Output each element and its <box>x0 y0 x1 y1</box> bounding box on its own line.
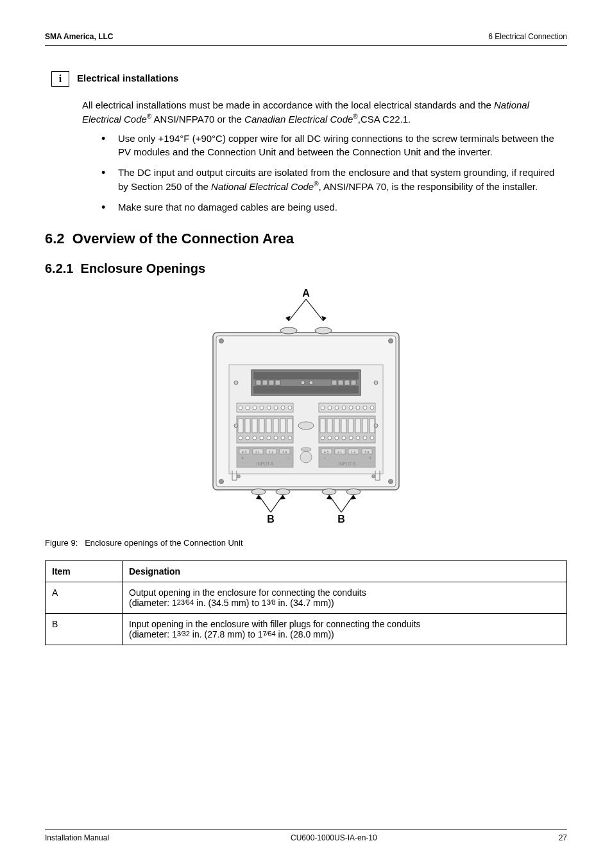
svg-point-110 <box>372 475 375 478</box>
svg-text:4 3: 4 3 <box>324 450 328 454</box>
svg-point-33 <box>246 406 250 410</box>
info-icon: i <box>51 71 69 87</box>
svg-point-6 <box>219 339 224 343</box>
cell-designation: Input opening in the enclosure with fill… <box>123 614 567 645</box>
cell-item: B <box>46 614 123 645</box>
svg-rect-60 <box>348 419 353 433</box>
svg-point-79 <box>370 436 374 440</box>
svg-text:1 2: 1 2 <box>269 450 273 454</box>
label-b-right: B <box>337 514 345 525</box>
svg-point-72 <box>321 436 325 440</box>
svg-text:2 1: 2 1 <box>255 450 260 454</box>
bullet-item: Use only +194°F (+90°C) copper wire for … <box>101 132 561 160</box>
subsection-heading: 6.2.1 Enclosure Openings <box>45 261 567 276</box>
designation-table: Item Designation A Output opening in the… <box>45 560 567 645</box>
cell-designation: Output opening in the enclosure for conn… <box>123 582 567 614</box>
svg-point-66 <box>253 436 257 440</box>
table-header-row: Item Designation <box>46 561 567 582</box>
svg-point-82 <box>374 424 378 428</box>
svg-point-78 <box>363 436 367 440</box>
svg-point-40 <box>321 406 325 410</box>
svg-rect-59 <box>341 419 346 433</box>
svg-text:1 2: 1 2 <box>351 450 355 454</box>
svg-text:2 1: 2 1 <box>337 450 342 454</box>
svg-rect-19 <box>275 380 280 385</box>
svg-point-7 <box>389 339 393 343</box>
svg-point-24 <box>301 381 305 385</box>
svg-marker-118 <box>280 495 285 499</box>
svg-point-111 <box>251 489 266 495</box>
svg-point-77 <box>356 436 360 440</box>
enclosure-diagram: A <box>178 288 434 525</box>
svg-text:4 3: 4 3 <box>242 450 246 454</box>
svg-text:−: − <box>323 456 326 460</box>
info-callout-header: i Electrical installations <box>51 71 567 87</box>
section-heading: 6.2 Overview of the Connection Area <box>45 230 567 247</box>
svg-point-65 <box>246 436 250 440</box>
th-designation: Designation <box>123 561 567 582</box>
header-section: 6 Electrical Connection <box>488 32 567 41</box>
bullet-item: The DC input and output circuits are iso… <box>101 166 561 194</box>
svg-point-107 <box>300 451 312 463</box>
svg-point-71 <box>288 436 292 440</box>
cell-item: A <box>46 582 123 614</box>
svg-point-114 <box>346 489 361 495</box>
svg-rect-62 <box>362 419 368 433</box>
svg-marker-3 <box>321 316 327 321</box>
svg-rect-21 <box>338 380 343 385</box>
svg-point-108 <box>301 447 311 451</box>
svg-text:+: + <box>369 456 371 460</box>
svg-point-8 <box>219 480 224 484</box>
svg-point-45 <box>356 406 360 410</box>
svg-rect-20 <box>332 380 337 385</box>
svg-point-109 <box>237 475 241 478</box>
svg-point-25 <box>309 381 313 385</box>
svg-rect-15 <box>253 386 359 394</box>
figure-diagram: A <box>45 288 567 528</box>
svg-point-42 <box>335 406 339 410</box>
svg-point-47 <box>370 406 374 410</box>
svg-rect-49 <box>245 419 250 433</box>
bullet-item: Make sure that no damaged cables are bei… <box>101 200 561 214</box>
label-a: A <box>302 288 310 299</box>
svg-rect-53 <box>273 419 278 433</box>
svg-marker-2 <box>285 316 291 321</box>
svg-point-43 <box>342 406 346 410</box>
svg-point-35 <box>260 406 264 410</box>
svg-rect-54 <box>280 419 285 433</box>
svg-point-36 <box>267 406 271 410</box>
svg-point-11 <box>315 327 332 334</box>
svg-rect-52 <box>266 419 271 433</box>
page-footer: Installation Manual CU600-1000US-IA-en-1… <box>45 829 567 842</box>
svg-text:INPUT A: INPUT A <box>256 462 273 466</box>
svg-rect-23 <box>351 380 356 385</box>
svg-point-67 <box>260 436 264 440</box>
svg-text:3 4: 3 4 <box>364 450 369 454</box>
svg-rect-14 <box>253 372 359 379</box>
th-item: Item <box>46 561 123 582</box>
svg-point-10 <box>280 327 297 334</box>
svg-line-0 <box>289 299 306 321</box>
svg-point-70 <box>281 436 285 440</box>
svg-point-68 <box>267 436 271 440</box>
svg-point-74 <box>335 436 339 440</box>
svg-rect-55 <box>287 419 293 433</box>
svg-point-73 <box>328 436 332 440</box>
header-rule <box>45 45 567 46</box>
svg-rect-22 <box>344 380 350 385</box>
svg-point-39 <box>288 406 292 410</box>
svg-rect-17 <box>262 380 268 385</box>
info-intro-paragraph: All electrical installations must be mad… <box>82 98 561 126</box>
svg-point-46 <box>363 406 367 410</box>
svg-rect-58 <box>334 419 339 433</box>
info-bullets: Use only +194°F (+90°C) copper wire for … <box>101 132 561 214</box>
svg-point-76 <box>349 436 353 440</box>
svg-rect-56 <box>320 419 325 433</box>
svg-rect-57 <box>327 419 332 433</box>
svg-marker-117 <box>256 495 262 499</box>
page-header: SMA America, LLC 6 Electrical Connection <box>45 32 567 41</box>
svg-point-26 <box>234 381 238 385</box>
label-b-left: B <box>267 514 275 525</box>
svg-point-75 <box>342 436 346 440</box>
svg-rect-48 <box>238 419 243 433</box>
